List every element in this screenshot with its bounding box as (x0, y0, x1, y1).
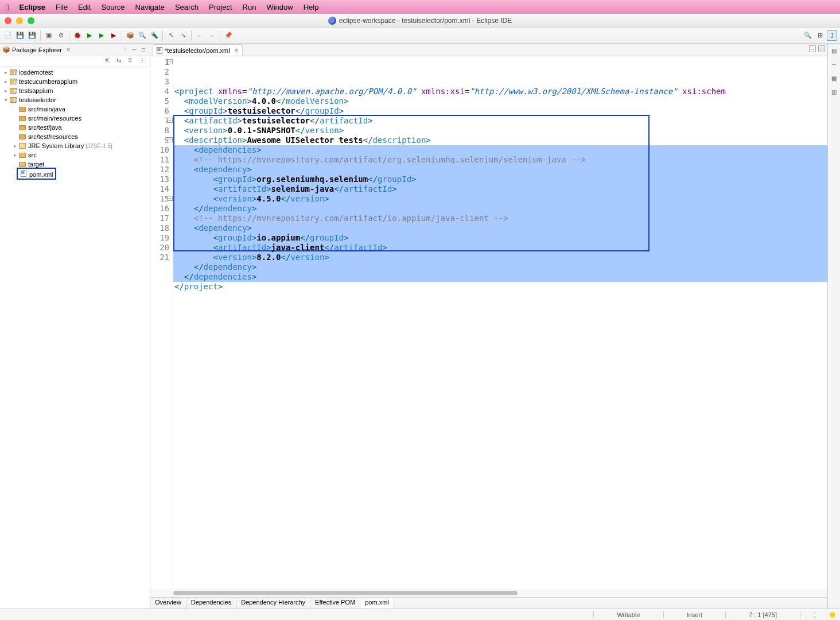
window-close-button[interactable] (5, 17, 11, 24)
code-line[interactable]: <artifactId>testuiselector</artifactId> (173, 116, 827, 126)
code-line[interactable]: <groupId>io.appium</groupId> (173, 233, 827, 243)
save-all-button[interactable]: 💾 (27, 30, 37, 41)
menu-app[interactable]: Eclipse (19, 3, 45, 11)
debug-button[interactable]: 🐞 (72, 30, 83, 41)
tree-item[interactable]: src/main/resources (0, 114, 150, 123)
project-item[interactable]: ▸testcucumberappium (0, 77, 150, 86)
code-line[interactable]: <dependencies> (173, 145, 827, 155)
view-menu-button[interactable]: ⋮ (121, 46, 129, 54)
minimize-editor-button[interactable]: ─ (809, 45, 816, 52)
code-line[interactable]: </dependencies> (173, 272, 827, 282)
project-item[interactable]: ▾testuiselector (0, 95, 150, 104)
bottom-tab[interactable]: Dependency Hierarchy (236, 598, 310, 609)
project-item[interactable]: ▸testsappium (0, 86, 150, 95)
menu-help[interactable]: Help (304, 3, 319, 11)
window-minimize-button[interactable] (16, 17, 23, 24)
tree-item[interactable]: ▸JRE System Library[J2SE-1.5] (0, 141, 150, 150)
window-maximize-button[interactable] (28, 17, 34, 24)
menu-window[interactable]: Window (266, 3, 293, 11)
menu-file[interactable]: File (56, 3, 68, 11)
package-explorer-tab[interactable]: 📦 Package Explorer✕ (2, 46, 71, 53)
minimize-trim-icon[interactable]: ─ (830, 60, 839, 69)
open-perspective-button[interactable]: ⊞ (815, 30, 825, 41)
bottom-tab[interactable]: Dependencies (186, 598, 236, 609)
menu-search[interactable]: Search (175, 3, 199, 11)
menu-run[interactable]: Run (243, 3, 256, 11)
code-line[interactable]: </project> (173, 282, 827, 292)
pin-button[interactable]: 📌 (223, 30, 234, 41)
status-writable: Writable (593, 611, 663, 618)
code-line[interactable]: <artifactId>selenium-java</artifactId> (173, 184, 827, 194)
code-line[interactable]: <!-- https://mvnrepository.com/artifact/… (173, 155, 827, 165)
menu-navigate[interactable]: Navigate (135, 3, 165, 11)
editor-tab[interactable]: *testuiselector/pom.xml ✕ (153, 44, 243, 56)
code-line[interactable]: </dependency> (173, 204, 827, 214)
maximize-editor-button[interactable]: □ (818, 45, 825, 52)
apple-icon[interactable]:  (6, 2, 9, 12)
tip-light-icon[interactable] (830, 612, 835, 618)
external-tools-button[interactable]: ▶ (108, 30, 119, 41)
link-editor-button[interactable]: ⇆ (116, 57, 125, 65)
bottom-tab[interactable]: Overview (150, 598, 186, 609)
horizontal-scrollbar[interactable] (150, 589, 827, 597)
search-button[interactable]: 🔦 (149, 30, 160, 41)
terminal-button[interactable]: ▣ (44, 30, 54, 41)
forward-button[interactable]: → (207, 30, 217, 41)
close-icon[interactable]: ✕ (66, 46, 71, 53)
open-type-button[interactable]: 🔍 (137, 30, 147, 41)
annotation-prev-button[interactable]: ↖ (166, 30, 176, 41)
tree-item[interactable]: pom.xml (0, 169, 150, 178)
close-tab-button[interactable]: ✕ (234, 47, 239, 53)
outline-view-icon[interactable]: ▦ (830, 73, 839, 83)
coverage-button[interactable]: ▶ (96, 30, 107, 41)
code-line[interactable]: <!-- https://mvnrepository.com/artifact/… (173, 214, 827, 223)
tree-item[interactable]: src/test/resources (0, 132, 150, 141)
editor-area: *testuiselector/pom.xml ✕ ─ □ 1−234567−8… (150, 44, 827, 609)
focus-task-button[interactable]: ⋮ (139, 57, 147, 65)
task-list-icon[interactable]: ▥ (830, 87, 839, 96)
code-line[interactable]: <groupId>org.seleniumhq.selenium</groupI… (173, 175, 827, 184)
minimize-view-button[interactable]: ─ (130, 46, 138, 54)
annotation-next-button[interactable]: ↘ (178, 30, 188, 41)
code-line[interactable]: <project xmlns="http://maven.apache.org/… (173, 87, 827, 96)
run-button[interactable]: ▶ (84, 30, 95, 41)
line-number-gutter[interactable]: 1−234567−89−101112131415−161718192021 (150, 56, 173, 589)
code-line[interactable]: <artifactId>java-client</artifactId> (173, 243, 827, 253)
tree-item[interactable]: ▸src (0, 150, 150, 160)
quick-access-button[interactable]: 🔍 (803, 30, 813, 41)
tree-item[interactable]: src/main/java (0, 104, 150, 114)
code-line[interactable]: <version>8.2.0</version> (173, 253, 827, 262)
new-button[interactable]: 📄 (3, 30, 13, 41)
code-line[interactable]: <description>Awesome UISelector tests</d… (173, 135, 827, 145)
skip-breakpoints-button[interactable]: ⊘ (56, 30, 66, 41)
editor-tabbar: *testuiselector/pom.xml ✕ ─ □ (150, 44, 827, 56)
xml-editor[interactable]: 1−234567−89−101112131415−161718192021 <p… (150, 56, 827, 589)
menu-edit[interactable]: Edit (78, 3, 91, 11)
new-package-button[interactable]: 📦 (125, 30, 135, 41)
save-button[interactable]: 💾 (15, 30, 25, 41)
maximize-view-button[interactable]: □ (139, 46, 147, 54)
package-explorer-view: 📦 Package Explorer✕ ⋮ ─ □ ⇱ ⇆ ⠿ ⋮ ▸iosde… (0, 44, 150, 609)
code-line[interactable]: <dependency> (173, 165, 827, 175)
back-button[interactable]: ← (195, 30, 205, 41)
mac-menubar:  Eclipse File Edit Source Navigate Sear… (0, 0, 840, 14)
menu-project[interactable]: Project (209, 3, 232, 11)
collapse-all-button[interactable]: ⇱ (105, 57, 113, 65)
code-line[interactable]: <modelVersion>4.0.0</modelVersion> (173, 96, 827, 106)
bottom-tab[interactable]: Effective POM (310, 598, 360, 609)
menu-source[interactable]: Source (101, 3, 125, 11)
project-item[interactable]: ▸iosdemotest (0, 68, 150, 77)
window-titlebar: eclipse-workspace - testuiselector/pom.x… (0, 14, 840, 28)
code-line[interactable]: <version>4.5.0</version> (173, 194, 827, 204)
filter-button[interactable]: ⠿ (128, 57, 136, 65)
code-line[interactable]: <version>0.0.1-SNAPSHOT</version> (173, 126, 827, 135)
project-tree[interactable]: ▸iosdemotest▸testcucumberappium▸testsapp… (0, 67, 150, 179)
code-line[interactable]: <dependency> (173, 223, 827, 233)
code-line[interactable]: <groupId>testuiselector</groupId> (173, 106, 827, 116)
java-perspective-button[interactable]: J (827, 30, 837, 41)
tree-item[interactable]: src/test/java (0, 123, 150, 132)
code-line[interactable]: </dependency> (173, 262, 827, 272)
bottom-tab[interactable]: pom.xml (360, 598, 394, 609)
outline-trim-icon[interactable]: ▤ (830, 46, 839, 55)
code-content[interactable]: <project xmlns="http://maven.apache.org/… (173, 56, 827, 589)
